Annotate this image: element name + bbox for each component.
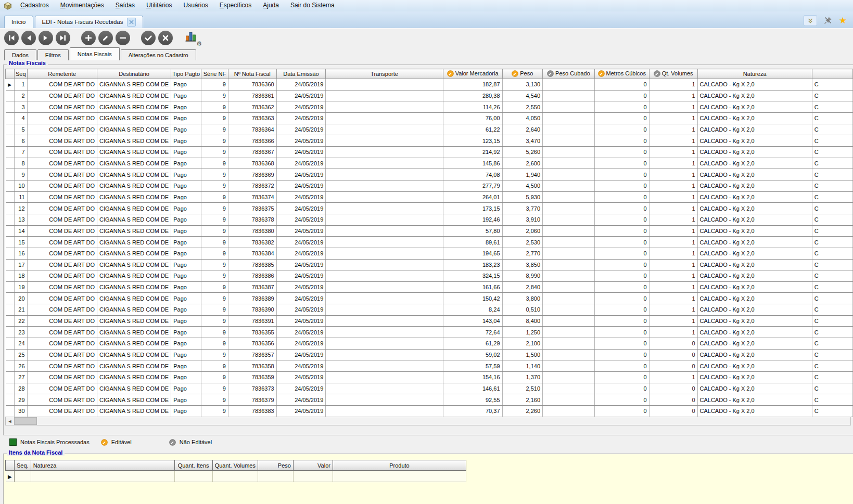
grid-cell[interactable]: 114,26 <box>443 101 502 113</box>
row-selector-cell[interactable] <box>6 394 15 406</box>
itens-grid-cell[interactable] <box>212 471 258 482</box>
grid-cell[interactable]: 9 <box>201 124 228 135</box>
grid-cell[interactable]: 1 <box>649 327 697 338</box>
grid-cell[interactable]: 7836383 <box>228 406 276 417</box>
grid-cell[interactable]: C <box>812 406 852 417</box>
grid-cell[interactable]: 5,930 <box>502 191 543 203</box>
grid-cell[interactable]: 24/05/2019 <box>276 112 326 124</box>
grid-cell[interactable]: CIGANNA S RED COM DE <box>97 225 171 237</box>
row-selector-cell[interactable] <box>6 203 15 214</box>
grid-cell[interactable]: 7836356 <box>228 338 276 350</box>
grid-row[interactable]: 28COM DE ART DOCIGANNA S RED COM DEPago9… <box>6 383 853 394</box>
grid-cell[interactable]: C <box>812 158 852 169</box>
grid-cell[interactable]: 24/05/2019 <box>276 248 326 259</box>
grid-cell[interactable]: C <box>812 191 852 203</box>
grid-cell[interactable] <box>543 135 595 147</box>
grid-cell[interactable]: C <box>812 360 852 372</box>
grid-cell[interactable]: 24/05/2019 <box>276 360 326 372</box>
itens-grid-cell[interactable] <box>31 471 174 482</box>
grid-cell[interactable]: 12 <box>14 203 27 214</box>
grid-cell[interactable]: COM DE ART DO <box>27 248 97 259</box>
grid-cell[interactable] <box>543 248 595 259</box>
menu-item-cadastros[interactable]: Cadastros <box>15 0 55 11</box>
grid-cell[interactable]: 27 <box>14 372 27 383</box>
grid-cell[interactable]: 0 <box>594 304 649 316</box>
grid-cell[interactable]: CIGANNA S RED COM DE <box>97 349 171 360</box>
grid-cell[interactable] <box>543 406 595 417</box>
grid-cell[interactable]: 0 <box>594 112 649 124</box>
grid-cell[interactable]: 2,160 <box>502 394 543 406</box>
grid-cell[interactable]: CIGANNA S RED COM DE <box>97 169 171 180</box>
itens-grid-cell[interactable] <box>293 471 333 482</box>
grid-cell[interactable] <box>326 112 443 124</box>
grid-cell[interactable]: CIGANNA S RED COM DE <box>97 158 171 169</box>
grid-cell[interactable]: COM DE ART DO <box>27 101 97 113</box>
grid-cell[interactable]: CIGANNA S RED COM DE <box>97 327 171 338</box>
grid-cell[interactable]: 7836362 <box>228 101 276 113</box>
grid-cell[interactable]: 0 <box>594 406 649 417</box>
itens-empty-row[interactable]: ▶ <box>6 471 466 482</box>
grid-cell[interactable]: 24/05/2019 <box>276 158 326 169</box>
grid-cell[interactable]: CIGANNA S RED COM DE <box>97 112 171 124</box>
row-selector-cell[interactable] <box>6 372 15 383</box>
grid-cell[interactable]: CALCADO - Kg X 2,0 <box>697 180 812 191</box>
unpin-icon[interactable] <box>824 16 832 25</box>
confirm-button[interactable] <box>141 31 156 45</box>
grid-cell[interactable] <box>543 101 595 113</box>
grid-cell[interactable]: 7836355 <box>228 327 276 338</box>
grid-cell[interactable]: 1 <box>649 124 697 135</box>
grid-cell[interactable]: 7836382 <box>228 237 276 248</box>
grid-cell[interactable]: Pago <box>171 383 201 394</box>
grid-cell[interactable]: 7836380 <box>228 225 276 237</box>
row-selector-cell[interactable] <box>6 327 15 338</box>
close-tab-icon[interactable] <box>127 18 136 27</box>
grid-cell[interactable]: 9 <box>201 360 228 372</box>
grid-cell[interactable]: CALCADO - Kg X 2,0 <box>697 135 812 147</box>
grid-cell[interactable]: C <box>812 372 852 383</box>
grid-cell[interactable] <box>543 79 595 91</box>
grid-cell[interactable]: CIGANNA S RED COM DE <box>97 90 171 101</box>
row-selector-cell[interactable] <box>6 124 15 135</box>
grid-cell[interactable]: 0 <box>594 158 649 169</box>
grid-cell[interactable]: 324,15 <box>443 270 502 282</box>
row-selector-cell[interactable] <box>6 237 15 248</box>
grid-cell[interactable]: COM DE ART DO <box>27 124 97 135</box>
row-selector-cell[interactable] <box>6 383 15 394</box>
grid-cell[interactable] <box>543 304 595 316</box>
grid-cell[interactable] <box>326 383 443 394</box>
grid-cell[interactable]: Pago <box>171 146 201 158</box>
grid-cell[interactable]: 0 <box>594 90 649 101</box>
grid-cell[interactable]: 24/05/2019 <box>276 225 326 237</box>
column-header-destinatario[interactable]: Destinatário <box>97 69 171 79</box>
grid-cell[interactable]: 8 <box>14 158 27 169</box>
grid-cell[interactable]: COM DE ART DO <box>27 180 97 191</box>
grid-cell[interactable]: 1 <box>649 146 697 158</box>
collapse-chevron-icon[interactable] <box>804 15 817 26</box>
grid-cell[interactable]: 7836387 <box>228 281 276 293</box>
grid-cell[interactable]: 76,00 <box>443 112 502 124</box>
grid-row[interactable]: 24COM DE ART DOCIGANNA S RED COM DEPago9… <box>6 338 853 350</box>
grid-cell[interactable]: 9 <box>201 372 228 383</box>
grid-cell[interactable]: COM DE ART DO <box>27 90 97 101</box>
grid-cell[interactable]: 57,59 <box>443 360 502 372</box>
row-selector-cell[interactable] <box>6 112 15 124</box>
grid-cell[interactable]: Pago <box>171 248 201 259</box>
grid-cell[interactable]: 61,22 <box>443 124 502 135</box>
grid-cell[interactable]: 150,42 <box>443 293 502 304</box>
grid-cell[interactable]: 1,140 <box>502 360 543 372</box>
grid-cell[interactable]: CIGANNA S RED COM DE <box>97 270 171 282</box>
grid-cell[interactable]: 7836390 <box>228 304 276 316</box>
grid-cell[interactable]: 2,060 <box>502 225 543 237</box>
grid-cell[interactable]: COM DE ART DO <box>27 191 97 203</box>
grid-cell[interactable]: 0 <box>594 135 649 147</box>
grid-cell[interactable]: 4,050 <box>502 112 543 124</box>
grid-cell[interactable]: COM DE ART DO <box>27 327 97 338</box>
grid-cell[interactable]: CIGANNA S RED COM DE <box>97 124 171 135</box>
grid-cell[interactable]: 7836379 <box>228 394 276 406</box>
grid-cell[interactable]: Pago <box>171 124 201 135</box>
grid-cell[interactable]: 18 <box>14 270 27 282</box>
grid-cell[interactable]: CALCADO - Kg X 2,0 <box>697 124 812 135</box>
grid-cell[interactable]: 1 <box>14 79 27 91</box>
grid-cell[interactable]: Pago <box>171 225 201 237</box>
grid-cell[interactable]: 24/05/2019 <box>276 349 326 360</box>
